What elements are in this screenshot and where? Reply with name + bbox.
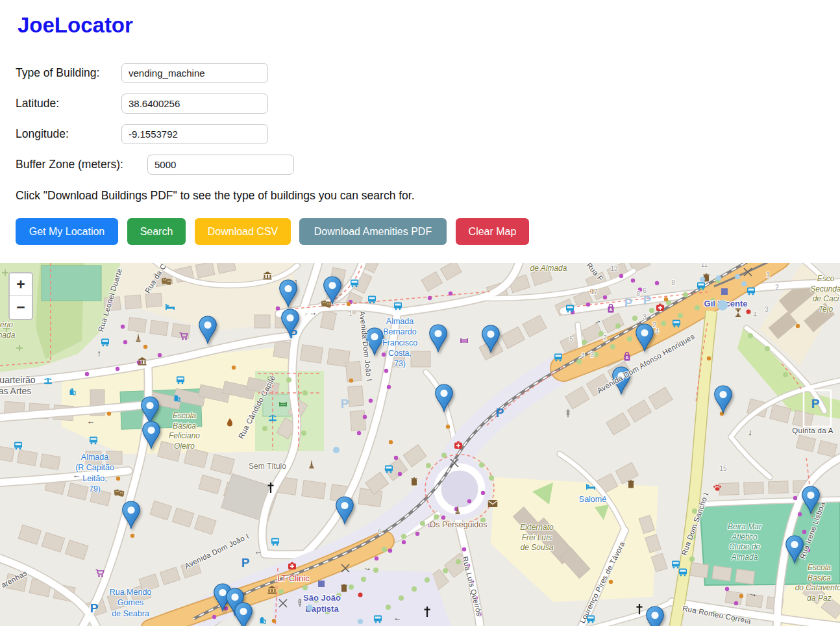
zoom-in-button[interactable]: + (10, 273, 32, 296)
map-label: Rua Dom Sancho I (680, 492, 711, 557)
bus-icon (672, 319, 682, 331)
dot-icon (333, 447, 340, 453)
map-label: Almada (R Capitão Leitão, 79) (75, 452, 114, 494)
clear-map-button[interactable]: Clear Map (456, 218, 529, 245)
dot-icon (700, 277, 705, 282)
museum-icon (263, 271, 273, 282)
map-marker[interactable] (365, 327, 384, 356)
longitude-input[interactable] (121, 124, 268, 144)
map-marker[interactable] (635, 323, 654, 352)
map-label: Salomé (579, 494, 606, 505)
map-label: Gil Vicente (704, 299, 748, 310)
map-label: Quinta da A (792, 426, 833, 436)
svg-text:&: & (625, 355, 628, 360)
bus-icon (101, 338, 110, 350)
map-label: de Almada (530, 264, 567, 274)
bus-icon (565, 304, 575, 316)
map-marker[interactable] (278, 279, 298, 308)
house-number: 4 (581, 351, 585, 360)
bed-icon (586, 481, 596, 493)
masks-icon (114, 488, 125, 500)
search-button[interactable]: Search (127, 218, 186, 245)
house-number: 2 (603, 334, 607, 342)
bus-icon (678, 568, 688, 580)
trash-icon (628, 479, 635, 491)
map-marker[interactable] (481, 325, 500, 353)
parking-icon: P (811, 397, 820, 411)
map-label: Beira Mar Atlético Clube de Almada (728, 522, 761, 562)
trash-icon (411, 477, 418, 488)
parking-pale-icon: P (643, 294, 652, 308)
get-my-location-button[interactable]: Get My Location (16, 218, 118, 245)
map-label: Rua da C (143, 263, 169, 295)
map-label: Rua Leonel Duarte (96, 267, 125, 333)
dot-icon (735, 274, 740, 279)
map-marker[interactable] (801, 486, 821, 514)
map-marker[interactable] (142, 421, 161, 449)
map-label: arenhas (0, 568, 29, 590)
house-number: 11 (701, 263, 708, 269)
picnic-green-icon (278, 399, 288, 410)
bus-icon (176, 375, 186, 388)
picnic-icon (460, 335, 469, 347)
red-dot-icon (358, 593, 363, 597)
dot-icon (358, 619, 363, 624)
parking-pale-icon: P (624, 296, 633, 310)
buffer-zone-input[interactable] (147, 155, 294, 175)
map-marker[interactable] (323, 276, 342, 305)
download-amenities-pdf-button[interactable]: Download Amenities PDF (299, 218, 447, 245)
map-label: Sem Título (249, 462, 286, 472)
dot-icon (306, 605, 313, 611)
house-number: 5 (569, 335, 573, 344)
map-marker[interactable] (198, 316, 217, 344)
bag-icon: & (607, 304, 615, 316)
map-marker[interactable] (428, 324, 448, 353)
fountain-icon (43, 376, 53, 388)
joelocator-app: JoeLocator Type of Building: Latitude: L… (0, 0, 840, 626)
map-label: Rua Luís Queirós (460, 555, 484, 617)
buffer-zone-label: Buffer Zone (meters): (16, 158, 123, 171)
monument-icon (136, 333, 141, 345)
house-number: 4 (753, 310, 757, 319)
map-marker[interactable] (234, 602, 253, 626)
map-label: Escola Básica do Catavento. da Paz (795, 563, 840, 603)
map-label: nada (0, 331, 15, 341)
download-csv-button[interactable]: Download CSV (195, 218, 291, 245)
map-overlay: Rua Leonel DuarteRua da CAvenida Dom Joã… (0, 263, 840, 626)
bus-icon (14, 441, 23, 453)
map-marker[interactable] (335, 496, 354, 525)
square-icon (721, 288, 728, 295)
house-number: 6 (643, 286, 647, 295)
bus-icon (384, 464, 394, 477)
map-label: Os Perseguidos (430, 520, 488, 530)
cross-icon (267, 482, 275, 495)
map-label: uarteirão (0, 374, 36, 386)
map-marker[interactable] (713, 385, 733, 414)
bus-icon (373, 614, 383, 626)
map-marker[interactable] (434, 384, 454, 412)
trash-icon (341, 583, 348, 595)
type-of-building-input[interactable] (121, 63, 268, 83)
map-marker[interactable] (611, 366, 631, 395)
signal-icon (298, 598, 303, 610)
map-marker[interactable] (280, 308, 300, 337)
map-label: São João Baptista (303, 593, 341, 615)
dot-icon (716, 275, 721, 281)
pharmacy-icon (656, 303, 665, 314)
dot-icon (717, 300, 728, 310)
map-label: Escola Básica Feliciano Oleiro (169, 411, 200, 451)
map-label: Avenida Dom João I (183, 531, 251, 571)
zoom-out-button[interactable]: − (10, 296, 32, 319)
map[interactable]: →→→→→→→→→→→ Rua Leonel DuarteRua da CAve… (0, 263, 840, 626)
map-marker[interactable] (645, 606, 665, 626)
cart-icon (179, 331, 189, 343)
monument-icon (455, 505, 460, 517)
map-label: LT Clinic (277, 573, 309, 584)
parking-icon: P (90, 601, 99, 616)
house-number: 6 (378, 527, 382, 536)
latitude-input[interactable] (121, 94, 268, 114)
house-number: 1 (349, 309, 352, 318)
map-marker[interactable] (121, 501, 141, 529)
charger-icon (69, 387, 77, 399)
map-marker[interactable] (785, 535, 804, 564)
